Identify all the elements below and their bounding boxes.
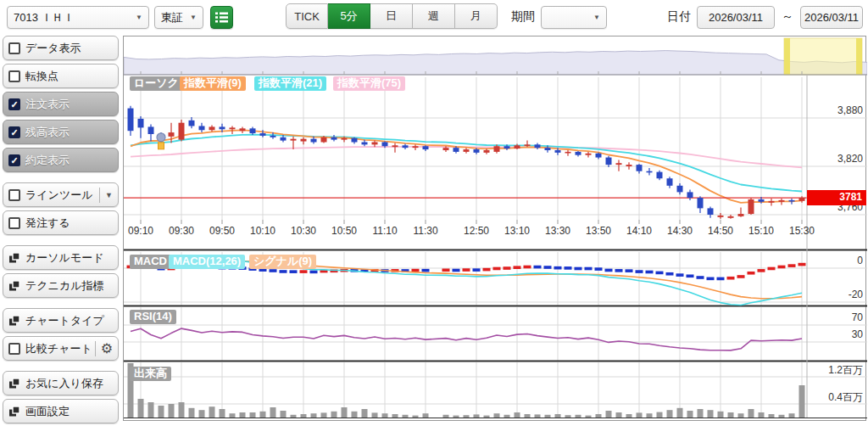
sidebar-button-テクニカル指標[interactable]: テクニカル指標 [3, 273, 119, 298]
sidebar-button-label: 約定表示 [25, 153, 70, 168]
checkbox-icon[interactable] [8, 70, 20, 82]
volume-bar-12:45 [464, 415, 470, 418]
candle-09:10 [138, 119, 144, 127]
candle-09:55 [230, 127, 236, 129]
candle-09:35 [189, 121, 195, 126]
volume-bar-12:35 [443, 415, 449, 418]
candle-11:10 [382, 143, 388, 147]
candle-10:50 [342, 138, 348, 140]
volume-bar-13:45 [586, 416, 592, 418]
volume-axis-label: 1.2百万 [809, 363, 863, 378]
time-axis-label: 14:50 [708, 225, 733, 237]
sidebar-button-比較チャート[interactable]: 比較チャート⚙ [3, 336, 119, 361]
interval-button-週[interactable]: 週 [413, 3, 455, 29]
checkbox-icon[interactable] [8, 189, 20, 201]
candle-15:10 [759, 199, 765, 202]
candle-10:30 [301, 139, 307, 142]
sidebar-button-転換点[interactable]: 転換点 [3, 64, 119, 88]
selection-right-handle[interactable] [856, 38, 862, 75]
period-label: 期間 [511, 9, 535, 25]
legend-macd-line-chip[interactable]: MACD(12,26) [169, 255, 245, 269]
volume-bar-11:30 [423, 413, 429, 418]
volume-bar-14:10 [637, 412, 643, 418]
volume-bar-13:35 [565, 415, 571, 418]
time-axis-label: 10:30 [291, 225, 316, 237]
chart-area[interactable]: ローソク 指数平滑(9) 指数平滑(21) 指数平滑(75) MACD MACD… [123, 36, 866, 421]
checkbox-icon[interactable] [8, 217, 20, 229]
legend-ema75-chip[interactable]: 指数平滑(75) [333, 76, 405, 91]
volume-bar-10:15 [270, 407, 276, 418]
interval-button-月[interactable]: 月 [455, 3, 498, 29]
overview-selection-window[interactable] [784, 38, 862, 75]
period-selector[interactable]: ▼ [541, 6, 607, 29]
sidebar-button-約定表示[interactable]: ✓約定表示 [3, 148, 119, 172]
interval-button-日[interactable]: 日 [370, 3, 413, 29]
stock-selector[interactable]: 7013 ＩＨＩ ▼ [7, 6, 149, 29]
order-marker-icon[interactable] [157, 133, 165, 142]
volume-bar-14:05 [626, 414, 632, 418]
volume-bar-11:00 [362, 409, 368, 418]
volume-bar-13:00 [494, 413, 500, 418]
legend-macd-signal-chip[interactable]: シグナル(9) [249, 255, 316, 269]
rsi-axis-label: 30 [809, 328, 863, 340]
sidebar-button-発注する[interactable]: 発注する [3, 210, 119, 235]
legend-candle-chip[interactable]: ローソク [130, 76, 183, 91]
checkbox-checked-icon[interactable]: ✓ [8, 98, 20, 110]
execution-marker-icon[interactable] [159, 143, 164, 149]
price-axis-label: 3,820 [809, 153, 863, 165]
checkbox-checked-icon[interactable]: ✓ [8, 154, 20, 166]
sidebar-button-label: 比較チャート [25, 341, 92, 356]
candle-13:35 [565, 152, 571, 154]
interval-button-TICK[interactable]: TICK [286, 3, 328, 29]
candle-13:55 [606, 158, 612, 165]
date-label: 日付 [667, 9, 691, 25]
sidebar-button-残高表示[interactable]: ✓残高表示 [3, 120, 119, 144]
candle-13:50 [596, 154, 602, 158]
volume-bar-13:30 [555, 414, 561, 418]
date-from-input[interactable]: 2026/03/11 [697, 6, 775, 29]
sidebar-button-label: ラインツール [25, 188, 93, 203]
sidebar-button-チャートタイプ[interactable]: チャートタイプ [3, 308, 119, 333]
checkbox-icon[interactable] [8, 42, 20, 54]
interval-button-5分[interactable]: 5分 [328, 3, 370, 29]
volume-bar-14:20 [657, 412, 663, 418]
sidebar-button-カーソルモード[interactable]: カーソルモード [3, 245, 119, 270]
legend-volume-chip[interactable]: 出来高 [130, 367, 171, 381]
checkbox-checked-icon[interactable]: ✓ [8, 126, 20, 138]
sidebar-button-注文表示[interactable]: ✓注文表示 [3, 92, 119, 116]
sidebar-button-画面設定[interactable]: 画面設定 [3, 399, 119, 423]
candle-13:10 [515, 145, 520, 149]
checkbox-icon[interactable] [8, 343, 20, 355]
candle-14:50 [718, 216, 724, 217]
chevron-down-icon[interactable]: ▼ [99, 188, 113, 203]
candle-13:25 [545, 148, 551, 150]
sidebar-button-label: カーソルモード [25, 250, 104, 266]
legend-rsi-chip[interactable]: RSI(14) [130, 310, 176, 324]
sidebar-button-label: 残高表示 [25, 125, 70, 140]
volume-bar-10:45 [331, 412, 337, 418]
left-sidebar: データ表示転換点✓注文表示✓残高表示✓約定表示ラインツール▼発注するカーソルモー… [3, 36, 121, 426]
volume-bar-13:05 [504, 415, 510, 418]
candle-13:15 [525, 144, 531, 146]
time-axis-label: 09:50 [209, 225, 235, 237]
gear-icon[interactable]: ⚙ [95, 341, 113, 356]
legend-macd-chip[interactable]: MACD [130, 255, 171, 269]
exchange-selector[interactable]: 東証 ▼ [154, 6, 203, 29]
volume-bar-10:00 [240, 412, 246, 418]
sidebar-button-お気に入り保存[interactable]: お気に入り保存 [3, 371, 119, 395]
watchlist-button[interactable] [210, 6, 233, 29]
sidebar-button-label: テクニカル指標 [25, 278, 104, 294]
volume-bar-14:40 [698, 409, 704, 418]
candle-14:20 [657, 172, 663, 179]
legend-ema21-chip[interactable]: 指数平滑(21) [254, 76, 326, 91]
sidebar-button-データ表示[interactable]: データ表示 [3, 36, 119, 60]
date-to-input[interactable]: 2026/03/11 [800, 6, 863, 29]
candle-13:30 [555, 150, 561, 153]
candle-11:25 [413, 146, 419, 148]
legend-ema9-chip[interactable]: 指数平滑(9) [180, 76, 246, 91]
candle-09:40 [199, 126, 205, 131]
candle-15:15 [769, 201, 775, 203]
candle-09:25 [169, 132, 175, 137]
selection-left-handle[interactable] [784, 38, 790, 75]
sidebar-button-ラインツール[interactable]: ラインツール▼ [3, 182, 119, 207]
